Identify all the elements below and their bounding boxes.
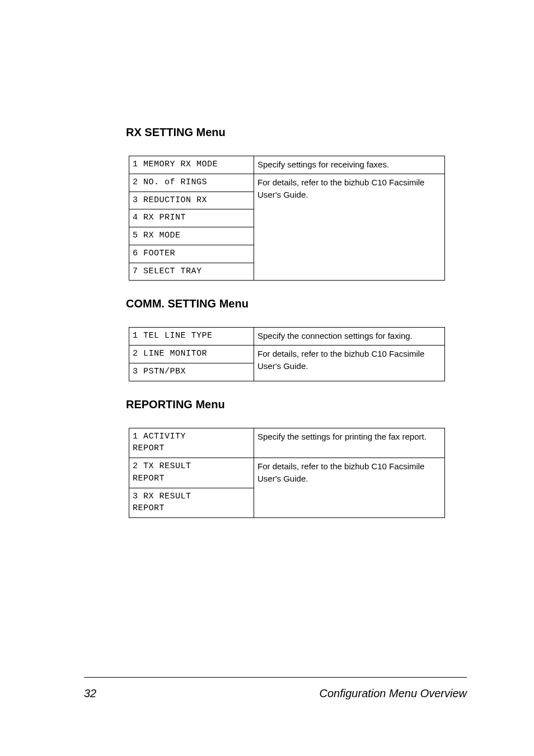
menu-item: 2 LINE MONITOR <box>129 346 254 363</box>
menu-item: 4 RX PRINT <box>129 209 254 227</box>
menu-item: 1 ACTIVITY REPORT <box>129 428 254 458</box>
table-row: 1 MEMORY RX MODE Specify settings for re… <box>129 156 445 174</box>
table-row: 2 TX RESULT REPORT For details, refer to… <box>129 458 445 488</box>
table-row: 2 LINE MONITOR For details, refer to the… <box>129 346 445 363</box>
menu-description: For details, refer to the bizhub C10 Fac… <box>254 346 445 381</box>
menu-description: For details, refer to the bizhub C10 Fac… <box>254 458 445 518</box>
menu-item: 3 REDUCTION RX <box>129 192 254 209</box>
menu-item: 1 TEL LINE TYPE <box>129 328 254 346</box>
table-row: 1 ACTIVITY REPORT Specify the settings f… <box>129 428 445 458</box>
menu-description: Specify settings for receiving faxes. <box>254 156 445 174</box>
menu-item: 3 PSTN/PBX <box>129 363 254 381</box>
page: RX SETTING Menu 1 MEMORY RX MODE Specify… <box>0 0 534 756</box>
menu-item: 7 SELECT TRAY <box>129 263 254 281</box>
menu-item: 2 TX RESULT REPORT <box>129 458 254 488</box>
rx-setting-heading: RX SETTING Menu <box>126 126 467 139</box>
menu-item: 6 FOOTER <box>129 245 254 263</box>
menu-description: Specify the connection settings for faxi… <box>254 328 445 346</box>
table-row: 1 TEL LINE TYPE Specify the connection s… <box>129 328 445 346</box>
page-footer: 32 Configuration Menu Overview <box>84 687 467 700</box>
menu-item: 5 RX MODE <box>129 227 254 245</box>
menu-item: 1 MEMORY RX MODE <box>129 156 254 174</box>
menu-description: Specify the settings for printing the fa… <box>254 428 445 458</box>
comm-setting-heading: COMM. SETTING Menu <box>126 297 467 310</box>
page-number: 32 <box>84 687 96 700</box>
rx-setting-table: 1 MEMORY RX MODE Specify settings for re… <box>129 156 445 281</box>
footer-rule <box>84 677 467 678</box>
desc-line: Specify the settings for printing the fa… <box>257 432 427 441</box>
menu-item: 3 RX RESULT REPORT <box>129 488 254 518</box>
table-row: 2 NO. of RINGS For details, refer to the… <box>129 174 445 192</box>
menu-description: For details, refer to the bizhub C10 Fac… <box>254 174 445 281</box>
comm-setting-table: 1 TEL LINE TYPE Specify the connection s… <box>129 327 445 381</box>
reporting-heading: REPORTING Menu <box>126 398 467 411</box>
menu-item: 2 NO. of RINGS <box>129 174 254 192</box>
footer-title: Configuration Menu Overview <box>320 687 467 700</box>
reporting-table: 1 ACTIVITY REPORT Specify the settings f… <box>129 428 445 519</box>
